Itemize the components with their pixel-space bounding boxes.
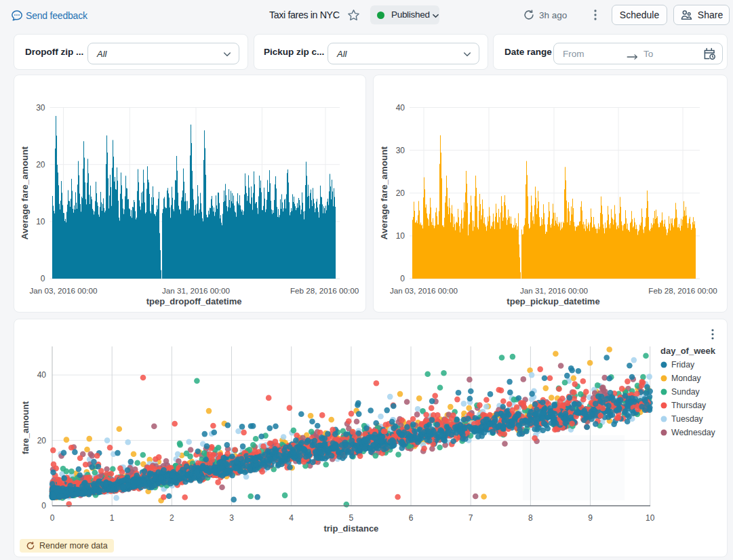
svg-text:Feb 28, 2016 00:00: Feb 28, 2016 00:00: [648, 286, 717, 295]
svg-text:40: 40: [396, 103, 405, 113]
svg-text:8: 8: [528, 513, 533, 523]
svg-text:10: 10: [396, 231, 405, 241]
svg-text:Sunday: Sunday: [671, 387, 700, 397]
svg-text:0: 0: [400, 274, 405, 283]
svg-text:Average fare_amount: Average fare_amount: [20, 146, 30, 240]
svg-text:0: 0: [41, 274, 45, 283]
svg-text:day_of_week: day_of_week: [660, 346, 716, 356]
svg-text:Wednesday: Wednesday: [671, 428, 716, 437]
svg-text:7: 7: [469, 513, 473, 523]
svg-text:30: 30: [36, 103, 45, 113]
svg-text:9: 9: [588, 513, 593, 523]
svg-text:20: 20: [37, 436, 47, 445]
svg-text:2: 2: [170, 513, 174, 523]
svg-text:Monday: Monday: [671, 374, 702, 383]
svg-text:30: 30: [396, 146, 405, 155]
svg-text:Feb 28, 2016 00:00: Feb 28, 2016 00:00: [290, 286, 359, 295]
svg-text:Tuesday: Tuesday: [671, 414, 704, 424]
svg-text:4: 4: [289, 513, 294, 523]
svg-text:Jan 31, 2016 00:00: Jan 31, 2016 00:00: [520, 286, 589, 295]
svg-text:40: 40: [37, 370, 47, 380]
svg-text:3: 3: [229, 513, 234, 523]
svg-text:fare_amount: fare_amount: [20, 401, 31, 454]
svg-text:Jan 31, 2016 00:00: Jan 31, 2016 00:00: [162, 286, 231, 295]
svg-text:trip_distance: trip_distance: [323, 523, 378, 534]
svg-text:Jan 03, 2016 00:00: Jan 03, 2016 00:00: [29, 286, 98, 295]
svg-text:10: 10: [36, 217, 45, 226]
svg-text:20: 20: [396, 188, 405, 198]
svg-text:Average fare_amount: Average fare_amount: [379, 146, 389, 240]
svg-text:20: 20: [36, 160, 45, 169]
svg-text:0: 0: [50, 513, 55, 523]
svg-text:Friday: Friday: [671, 360, 695, 369]
svg-text:Jan 03, 2016 00:00: Jan 03, 2016 00:00: [390, 286, 458, 295]
svg-text:10: 10: [646, 513, 655, 523]
svg-text:1: 1: [110, 513, 115, 523]
svg-text:5: 5: [349, 513, 354, 523]
svg-text:6: 6: [409, 513, 414, 523]
svg-text:tpep_pickup_datetime: tpep_pickup_datetime: [507, 296, 599, 306]
svg-text:tpep_dropoff_datetime: tpep_dropoff_datetime: [146, 296, 242, 306]
svg-text:Thursday: Thursday: [671, 401, 707, 410]
svg-text:0: 0: [41, 501, 46, 511]
